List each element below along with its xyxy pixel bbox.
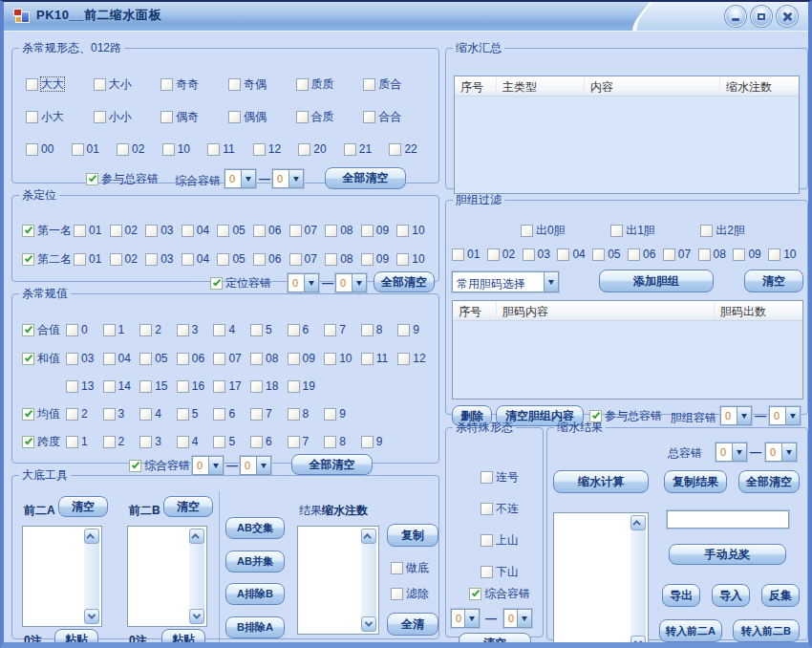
- checkbox-大小[interactable]: 大小: [94, 77, 161, 91]
- checkbox-first-place[interactable]: 第一名: [22, 224, 72, 237]
- combo-dropdown-button[interactable]: [517, 610, 531, 627]
- checkbox-9[interactable]: 9: [324, 407, 361, 421]
- result-scrollbar[interactable]: [361, 529, 376, 632]
- result-textarea[interactable]: [297, 526, 379, 635]
- clear-all-result-button[interactable]: 全部清空: [738, 470, 800, 493]
- checkbox-奇奇[interactable]: 奇奇: [160, 77, 228, 91]
- checkbox-08[interactable]: 08: [698, 248, 734, 261]
- special-tolerance-max-combo[interactable]: 0: [503, 609, 532, 628]
- dan-table[interactable]: 序号 胆码内容 胆码出数: [452, 300, 803, 400]
- checkbox-03[interactable]: 03: [523, 248, 558, 261]
- checkbox-5[interactable]: 5: [250, 323, 288, 336]
- list-b-textarea[interactable]: [127, 526, 207, 627]
- checkbox-08[interactable]: 08: [325, 224, 361, 237]
- checkbox-span-value[interactable]: 跨度: [22, 435, 60, 448]
- checkbox-8[interactable]: 8: [324, 435, 361, 448]
- checkbox-20[interactable]: 20: [298, 142, 344, 156]
- combo-dropdown-button[interactable]: [781, 443, 796, 461]
- checkbox-03[interactable]: 03: [145, 252, 182, 266]
- checkbox-7[interactable]: 7: [250, 407, 288, 421]
- checkbox-04[interactable]: 04: [182, 224, 218, 237]
- common-dan-select[interactable]: 常用胆码选择: [452, 271, 559, 292]
- combo-dropdown-button[interactable]: [241, 170, 255, 187]
- prize-check-input[interactable]: [667, 510, 789, 529]
- checkbox-00[interactable]: 00: [26, 142, 72, 156]
- close-button[interactable]: [778, 7, 797, 26]
- total-tolerance-max-combo[interactable]: 0: [765, 443, 797, 462]
- clear-dan-button[interactable]: 清空: [744, 270, 803, 292]
- checkbox-6[interactable]: 6: [250, 435, 288, 448]
- tolerance-min-combo[interactable]: 0: [224, 169, 256, 188]
- checkbox-大大[interactable]: 大大: [26, 77, 94, 91]
- scroll-up-button[interactable]: [361, 529, 376, 544]
- checkbox-make-base[interactable]: 做底: [391, 561, 429, 574]
- checkbox-连号[interactable]: 连号: [481, 470, 519, 484]
- checkbox-07[interactable]: 07: [663, 248, 698, 261]
- checkbox-03[interactable]: 03: [66, 352, 103, 365]
- column-header-index[interactable]: 序号: [455, 76, 497, 96]
- checkbox-10[interactable]: 10: [162, 142, 208, 156]
- copy-result-button[interactable]: 复制结果: [664, 470, 727, 493]
- checkbox-01[interactable]: 01: [74, 224, 110, 237]
- checkbox-6[interactable]: 6: [213, 407, 250, 421]
- checkbox-09[interactable]: 09: [361, 224, 397, 237]
- checkbox-合合[interactable]: 合合: [363, 110, 431, 123]
- checkbox-8[interactable]: 8: [288, 407, 325, 421]
- checkbox-偶奇[interactable]: 偶奇: [160, 110, 228, 123]
- column-header-index[interactable]: 序号: [453, 301, 497, 320]
- checkbox-2[interactable]: 2: [66, 407, 103, 421]
- checkbox-filter-out[interactable]: 滤除: [391, 587, 429, 600]
- shrink-calc-button[interactable]: 缩水计算: [553, 470, 649, 493]
- checkbox-10[interactable]: 10: [396, 224, 433, 237]
- checkbox-奇偶[interactable]: 奇偶: [228, 77, 296, 91]
- checkbox-出1胆[interactable]: 出1胆: [610, 224, 655, 237]
- clear-b-button[interactable]: 清空: [163, 496, 213, 517]
- checkbox-21[interactable]: 21: [344, 142, 390, 156]
- checkbox-出0胆[interactable]: 出0胆: [521, 224, 566, 237]
- checkbox-1[interactable]: 1: [66, 435, 103, 448]
- list-b-scrollbar[interactable]: [189, 529, 204, 624]
- checkbox-06[interactable]: 06: [253, 252, 289, 266]
- manual-prize-check-button[interactable]: 手动兑奖: [669, 544, 786, 565]
- a-minus-b-button[interactable]: A排除B: [225, 583, 285, 605]
- checkbox-10[interactable]: 10: [768, 248, 803, 261]
- clear-special-button[interactable]: 清空: [459, 633, 531, 648]
- tolerance-max-combo[interactable]: 0: [272, 169, 304, 188]
- checkbox-02[interactable]: 02: [117, 142, 162, 156]
- checkbox-质合[interactable]: 质合: [363, 77, 431, 91]
- checkbox-second-place[interactable]: 第二名: [22, 252, 72, 266]
- checkbox-join-total-tolerance[interactable]: 参与总容错: [86, 172, 159, 185]
- checkbox-12[interactable]: 12: [253, 142, 299, 156]
- checkbox-4[interactable]: 4: [139, 407, 177, 421]
- total-tolerance-min-combo[interactable]: 0: [716, 443, 747, 462]
- checkbox-19[interactable]: 19: [288, 379, 325, 393]
- checkbox-11[interactable]: 11: [361, 352, 398, 365]
- checkbox-1[interactable]: 1: [103, 323, 140, 336]
- copy-result-button[interactable]: 复制: [387, 524, 438, 547]
- checkbox-07[interactable]: 07: [213, 352, 250, 365]
- list-a-scrollbar[interactable]: [84, 529, 99, 624]
- checkbox-special-tolerance[interactable]: 综合容错: [469, 587, 530, 600]
- scroll-down-button[interactable]: [361, 616, 376, 632]
- checkbox-13[interactable]: 13: [66, 379, 103, 393]
- combo-dropdown-button[interactable]: [732, 443, 746, 461]
- combo-dropdown-button[interactable]: [464, 610, 479, 627]
- checkbox-14[interactable]: 14: [103, 379, 140, 393]
- checkbox-04[interactable]: 04: [557, 248, 592, 261]
- checkbox-07[interactable]: 07: [289, 224, 326, 237]
- shrink-result-textarea[interactable]: [553, 512, 649, 648]
- checkbox-5[interactable]: 5: [213, 435, 250, 448]
- checkbox-15[interactable]: 15: [139, 379, 177, 393]
- checkbox-04[interactable]: 04: [103, 352, 140, 365]
- b-minus-a-button[interactable]: B排除A: [225, 616, 285, 638]
- checkbox-下山[interactable]: 下山: [481, 565, 519, 578]
- column-header-content[interactable]: 内容: [585, 76, 720, 96]
- checkbox-3[interactable]: 3: [103, 407, 140, 421]
- checkbox-4[interactable]: 4: [213, 323, 250, 336]
- checkbox-09[interactable]: 09: [288, 352, 325, 365]
- transfer-to-a-button[interactable]: 转入前二A: [659, 619, 722, 642]
- checkbox-09[interactable]: 09: [733, 248, 768, 261]
- scroll-up-button[interactable]: [84, 529, 99, 544]
- checkbox-22[interactable]: 22: [389, 142, 435, 156]
- transfer-to-b-button[interactable]: 转入前二B: [733, 619, 800, 642]
